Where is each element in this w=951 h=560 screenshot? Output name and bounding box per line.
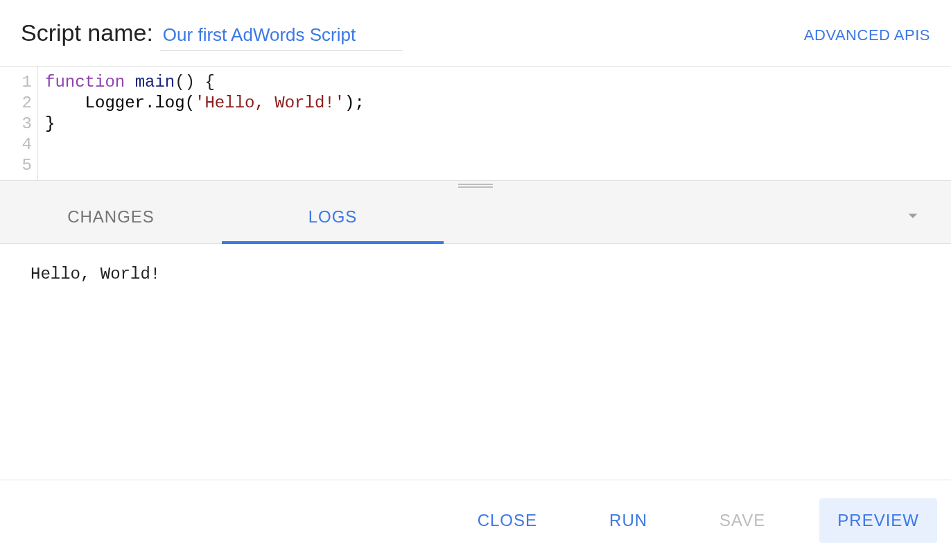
- code-content[interactable]: function main() { Logger.log('Hello, Wor…: [38, 67, 951, 180]
- script-name-input[interactable]: [163, 24, 399, 46]
- code-keyword: function: [45, 73, 125, 91]
- script-name-field-wrap: [160, 24, 403, 51]
- code-text: );: [344, 94, 365, 112]
- chevron-down-icon: [902, 205, 923, 226]
- line-number: 5: [0, 155, 32, 176]
- code-editor[interactable]: 1 2 3 4 5 function main() { Logger.log('…: [0, 66, 951, 180]
- preview-button[interactable]: PREVIEW: [819, 498, 937, 543]
- collapse-panel-button[interactable]: [902, 205, 923, 229]
- output-tabs: CHANGES LOGS: [0, 190, 951, 244]
- close-button[interactable]: CLOSE: [460, 498, 555, 543]
- save-button: SAVE: [701, 498, 783, 543]
- drag-handle-icon: [458, 184, 493, 188]
- code-text: }: [45, 114, 55, 133]
- line-number: 4: [0, 134, 32, 155]
- script-name-label: Script name:: [21, 19, 153, 46]
- tab-changes[interactable]: CHANGES: [0, 190, 222, 243]
- line-number: 3: [0, 114, 32, 134]
- line-number-gutter: 1 2 3 4 5: [0, 67, 38, 180]
- line-number: 2: [0, 93, 32, 114]
- log-line: Hello, World!: [30, 265, 921, 283]
- tab-logs[interactable]: LOGS: [222, 190, 444, 243]
- header-left: Script name:: [21, 19, 403, 51]
- run-button[interactable]: RUN: [591, 498, 665, 543]
- code-text: Logger.log(: [45, 94, 195, 112]
- advanced-apis-link[interactable]: ADVANCED APIS: [804, 26, 930, 44]
- line-number: 1: [0, 72, 32, 93]
- code-string: 'Hello, World!': [195, 94, 344, 112]
- logs-output: Hello, World!: [0, 244, 951, 480]
- code-text: () {: [175, 73, 215, 91]
- panel-resize-handle[interactable]: [0, 180, 951, 190]
- header-bar: Script name: ADVANCED APIS: [0, 0, 951, 66]
- footer-actions: CLOSE RUN SAVE PREVIEW: [0, 480, 951, 560]
- code-func-name: main: [135, 73, 175, 91]
